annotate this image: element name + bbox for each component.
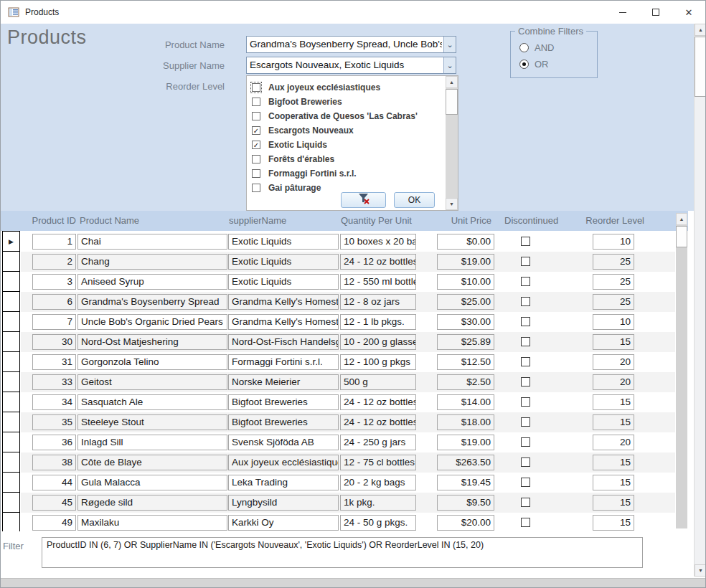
supplier-name-field[interactable]: Formaggi Fortini s.r.l. [228,354,339,370]
scrollbar-thumb[interactable] [695,37,706,97]
product-name-combo-dropdown-button[interactable]: ⌄ [443,37,456,52]
record-selector[interactable] [2,492,20,513]
checked-checkbox-icon[interactable]: ✓ [252,126,260,135]
reorder-level-field[interactable]: 15 [593,475,634,490]
scroll-down-button[interactable]: ▼ [695,564,706,577]
discontinued-checkbox[interactable] [521,397,530,407]
reorder-level-field[interactable]: 15 [593,394,634,410]
product-id-field[interactable]: 31 [32,354,76,370]
product-name-field[interactable]: Nord-Ost Matjeshering [77,334,227,350]
unit-price-field[interactable]: $25.89 [437,334,494,350]
dropdown-item[interactable]: ✓Exotic Liquids [252,138,444,152]
unit-price-field[interactable]: $20.00 [437,515,494,531]
supplier-name-field[interactable]: Norske Meierier [228,374,339,390]
record-selector[interactable] [2,371,20,393]
discontinued-checkbox[interactable] [521,277,530,286]
or-radio-row[interactable]: OR [519,59,549,70]
product-name-field[interactable]: Geitost [77,374,227,390]
quantity-per-unit-field[interactable]: 12 - 100 g pkgs [340,354,416,370]
product-id-field[interactable]: 30 [32,334,76,350]
product-name-field[interactable]: Chai [77,234,227,250]
record-selector[interactable] [2,351,20,373]
unit-price-field[interactable]: $2.50 [437,374,494,390]
product-name-field[interactable]: Steeleye Stout [77,414,227,430]
reorder-level-field[interactable]: 15 [593,414,634,430]
record-selector[interactable] [2,271,20,293]
product-name-field[interactable]: Maxilaku [77,515,227,531]
product-id-field[interactable]: 33 [32,374,76,390]
unit-price-field[interactable]: $12.50 [437,354,494,370]
discontinued-checkbox[interactable] [521,498,530,507]
dropdown-item[interactable]: Bigfoot Breweries [252,95,444,109]
quantity-per-unit-field[interactable]: 24 - 50 g pkgs. [340,515,416,531]
discontinued-checkbox[interactable] [521,457,530,467]
supplier-name-field[interactable]: Svensk Sjöföda AB [228,435,339,450]
dropdown-item[interactable]: Formaggi Fortini s.r.l. [252,166,444,181]
product-id-field[interactable]: 7 [32,314,76,330]
product-id-field[interactable]: 45 [32,495,76,511]
reorder-level-field[interactable]: 15 [593,455,634,470]
reorder-level-field[interactable]: 10 [593,234,634,250]
reorder-level-field[interactable]: 15 [593,495,634,511]
quantity-per-unit-field[interactable]: 24 - 250 g jars [340,435,416,450]
product-id-field[interactable]: 34 [32,394,76,410]
product-id-field[interactable]: 44 [32,475,76,490]
discontinued-checkbox[interactable] [521,257,530,266]
supplier-name-field[interactable]: Bigfoot Breweries [228,394,339,410]
column-header-suppliername[interactable]: supplierName [229,215,286,226]
datasheet-scrollbar[interactable]: ▲ [676,213,687,528]
scroll-up-button[interactable]: ▲ [676,213,687,225]
product-id-field[interactable]: 49 [32,515,76,531]
quantity-per-unit-field[interactable]: 12 - 1 lb pkgs. [340,314,416,330]
reorder-level-field[interactable]: 25 [593,274,634,290]
column-header-quantity[interactable]: Quantity Per Unit [341,215,412,226]
record-selector[interactable] [2,472,20,493]
ok-button[interactable]: OK [394,192,435,208]
reorder-level-field[interactable]: 25 [593,254,634,270]
and-radio[interactable] [519,43,529,52]
supplier-name-field[interactable]: Exotic Liquids [228,254,339,270]
unchecked-checkbox-icon[interactable] [252,112,260,120]
or-radio[interactable] [519,60,529,69]
product-name-combo[interactable]: Grandma's Boysenberry Spread, Uncle Bob'… [246,36,456,53]
record-selector[interactable] [2,311,20,333]
unit-price-field[interactable]: $19.45 [437,475,494,490]
supplier-name-field[interactable]: Leka Trading [228,475,339,490]
unit-price-field[interactable]: $14.00 [437,394,494,410]
scroll-up-button[interactable]: ▲ [446,76,458,88]
reorder-level-field[interactable]: 20 [593,435,634,450]
unit-price-field[interactable]: $30.00 [437,314,494,330]
scrollbar-thumb[interactable] [676,226,687,247]
unit-price-field[interactable]: $263.50 [437,455,494,470]
discontinued-checkbox[interactable] [521,437,530,447]
supplier-name-field[interactable]: Aux joyeux ecclésiastiques [228,455,339,470]
quantity-per-unit-field[interactable]: 10 - 200 g glasses [340,334,416,350]
product-name-field[interactable]: Gula Malacca [77,475,227,490]
product-name-field[interactable]: Gorgonzola Telino [77,354,227,370]
dropdown-item[interactable]: Aux joyeux ecclésiastiques [252,80,444,95]
product-id-field[interactable]: 35 [32,414,76,430]
unit-price-field[interactable]: $9.50 [437,495,494,511]
discontinued-checkbox[interactable] [521,478,530,487]
product-name-field[interactable]: Côte de Blaye [77,455,227,470]
dropdown-scrollbar[interactable]: ▲ ▼ [446,76,458,210]
product-id-field[interactable]: 3 [32,274,76,290]
product-name-field[interactable]: Røgede sild [77,495,227,511]
discontinued-checkbox[interactable] [521,377,530,387]
form-scrollbar[interactable]: ▲ ▼ [694,24,706,577]
column-header-reorder[interactable]: Reorder Level [567,215,644,226]
product-id-field[interactable]: 6 [32,294,76,310]
maximize-button[interactable] [639,1,672,24]
supplier-name-combo[interactable]: Escargots Nouveaux, Exotic Liquids ⌄ [246,57,456,74]
reorder-level-field[interactable]: 25 [593,294,634,310]
minimize-button[interactable] [606,1,639,24]
unchecked-checkbox-icon[interactable] [252,98,260,106]
unit-price-field[interactable]: $25.00 [437,294,494,310]
quantity-per-unit-field[interactable]: 500 g [340,374,416,390]
quantity-per-unit-field[interactable]: 24 - 12 oz bottles [340,254,416,270]
reorder-level-field[interactable]: 10 [593,314,634,330]
supplier-name-field[interactable]: Karkki Oy [228,515,339,531]
discontinued-checkbox[interactable] [521,297,530,306]
quantity-per-unit-field[interactable]: 10 boxes x 20 bags [340,234,416,250]
unit-price-field[interactable]: $19.00 [437,435,494,450]
